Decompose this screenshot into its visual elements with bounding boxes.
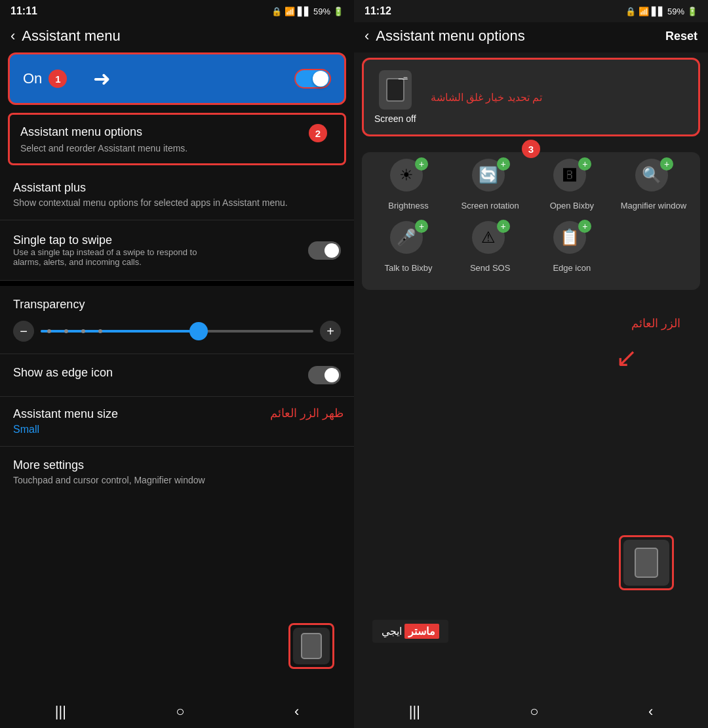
brightness-add-btn[interactable]: + — [415, 157, 428, 171]
right-status-bar: 11:12 🔒 📶 ▋▋ 59% 🔋 — [354, 0, 708, 22]
reset-button[interactable]: Reset — [665, 30, 698, 43]
step2-badge: 2 — [309, 124, 327, 142]
transparency-slider[interactable] — [41, 330, 313, 333]
single-tap-subtitle: Use a single tap instead of a swipe to r… — [13, 247, 223, 267]
right-page-title: Assistant menu options — [376, 28, 524, 45]
assistant-toggle[interactable] — [294, 69, 331, 89]
single-tap-knob — [324, 243, 339, 258]
talk-bixby-add-btn[interactable]: + — [415, 220, 428, 233]
menu-options-subtitle: Select and reorder Assistant menu items. — [20, 143, 187, 153]
magnifier-label: Magnifier window — [621, 201, 686, 211]
left-panel: 11:11 🔒 📶 ▋▋ 59% 🔋 ‹ Assistant menu On 1… — [0, 0, 354, 728]
red-arrow-icon: ↙ — [616, 342, 638, 373]
bixby-add-btn[interactable]: + — [578, 157, 591, 171]
toggle-on-label: On — [23, 70, 42, 87]
phone-shape-icon — [301, 633, 322, 659]
grid-item-sos[interactable]: ⚠ + Send SOS — [454, 221, 526, 273]
grid-section: ☀ + Brightness 🔄 + Screen rotation 🅱 + — [362, 152, 700, 290]
grid-item-magnifier[interactable]: 🔍 + Magnifier window — [618, 159, 690, 211]
grid-item-empty — [618, 221, 690, 273]
transparency-section: Transparency − + — [0, 286, 354, 354]
right-top-bar: ‹ Assistant menu options Reset — [354, 22, 708, 52]
screen-off-icon: − — [379, 70, 412, 110]
more-settings-item[interactable]: More settings Touchpad and cursor contro… — [0, 447, 354, 497]
wifi-icon: 📶 — [285, 7, 295, 16]
menu-options-title: Assistant menu options — [20, 125, 142, 139]
slider-minus-button[interactable]: − — [13, 321, 34, 342]
assistant-menu-options-item[interactable]: Assistant menu options 2 Select and reor… — [8, 113, 346, 165]
sos-add-btn[interactable]: + — [497, 220, 510, 233]
grid-row-1: ☀ + Brightness 🔄 + Screen rotation 🅱 + — [372, 159, 690, 211]
floating-btn-icon-left — [293, 628, 330, 664]
grid-item-edge-icon[interactable]: 📋 + Edge icon — [536, 221, 608, 273]
floating-btn-inner — [623, 540, 669, 586]
step1-badge: 1 — [49, 70, 67, 88]
brand-highlight: ماستر — [404, 624, 439, 639]
screen-off-icon-wrap: − Screen off — [374, 70, 416, 124]
sos-icon-wrap: ⚠ + — [472, 221, 509, 258]
magnifier-icon-wrap: 🔍 + — [635, 159, 672, 195]
signal-icon: ▋▋ — [298, 7, 311, 16]
nav-back-icon[interactable]: ‹ — [294, 703, 299, 720]
floating-arabic-label: الزر العائم — [631, 316, 680, 331]
right-nav-home-icon[interactable]: ○ — [530, 703, 538, 720]
magnifier-add-btn[interactable]: + — [660, 157, 673, 171]
slider-plus-button[interactable]: + — [320, 321, 341, 342]
left-time: 11:11 — [10, 5, 37, 17]
minus-badge: − — [403, 73, 408, 82]
battery-text: 59% — [313, 7, 330, 16]
left-status-icons: 🔒 📶 ▋▋ 59% 🔋 — [271, 7, 344, 16]
toggle-section: On 1 ➜ — [8, 52, 346, 105]
left-status-bar: 11:11 🔒 📶 ▋▋ 59% 🔋 — [0, 0, 354, 22]
grid-item-bixby[interactable]: 🅱 + Open Bixby — [536, 159, 608, 211]
left-nav-bar: ||| ○ ‹ — [0, 695, 354, 728]
size-arabic-annotation: ظهر الزر العائم — [270, 406, 344, 420]
arrow-right-icon: ➜ — [93, 66, 111, 91]
right-nav-back-icon[interactable]: ‹ — [648, 703, 653, 720]
edge-icon-content: Show as edge icon — [13, 366, 308, 380]
floating-phone-shape — [635, 548, 658, 578]
right-lock-icon: 🔒 — [625, 7, 636, 16]
right-wifi-icon: 📶 — [639, 7, 649, 16]
section-divider-1 — [0, 281, 354, 286]
screen-off-label: Screen off — [374, 113, 416, 124]
single-tap-title: Single tap to swipe — [13, 233, 223, 247]
left-top-bar: ‹ Assistant menu — [0, 22, 354, 52]
single-tap-item: Single tap to swipe Use a single tap ins… — [0, 220, 354, 281]
right-back-button[interactable]: ‹ — [364, 28, 369, 45]
size-value: Small — [13, 424, 341, 435]
more-settings-title: More settings — [13, 458, 341, 472]
nav-recent-icon[interactable]: ||| — [55, 703, 66, 720]
brightness-icon-wrap: ☀ + — [390, 159, 427, 195]
rotation-icon-wrap: 🔄 + — [472, 159, 509, 195]
right-status-icons: 🔒 📶 ▋▋ 59% 🔋 — [625, 7, 698, 16]
right-battery-icon: 🔋 — [687, 7, 698, 16]
right-battery-text: 59% — [667, 7, 684, 16]
assistant-plus-title: Assistant plus — [13, 181, 341, 195]
slider-dot-2 — [64, 329, 68, 333]
edge-icon-toggle[interactable] — [308, 366, 341, 384]
grid-item-brightness[interactable]: ☀ + Brightness — [372, 159, 444, 211]
slider-dot-3 — [81, 329, 85, 333]
edge-icon-title: Show as edge icon — [13, 366, 308, 380]
transparency-title: Transparency — [13, 298, 341, 312]
edge-icon-wrap: 📋 + — [553, 221, 590, 258]
brand-watermark: ايجي ماستر — [372, 620, 448, 643]
right-nav-recent-icon[interactable]: ||| — [409, 703, 420, 720]
rotation-add-btn[interactable]: + — [497, 157, 510, 171]
assistant-plus-item[interactable]: Assistant plus Show contextual menu opti… — [0, 169, 354, 220]
slider-thumb[interactable] — [189, 322, 208, 340]
nav-home-icon[interactable]: ○ — [176, 703, 184, 720]
grid-item-screen-rotation[interactable]: 🔄 + Screen rotation — [454, 159, 526, 211]
floating-area: الزر العائم ↙ ايجي ماستر — [362, 296, 700, 695]
step3-badge: 3 — [522, 140, 540, 158]
lock-icon: 🔒 — [271, 7, 282, 16]
edge-add-btn[interactable]: + — [578, 220, 591, 233]
right-signal-icon: ▋▋ — [652, 7, 665, 16]
left-back-button[interactable]: ‹ — [10, 28, 15, 45]
single-tap-toggle[interactable] — [308, 241, 341, 260]
left-page-title: Assistant menu — [22, 28, 120, 45]
grid-item-talk-bixby[interactable]: 🎤 + Talk to Bixby — [372, 221, 444, 273]
edge-icon-label: Edge icon — [553, 263, 591, 273]
transparency-slider-row: − + — [13, 321, 341, 342]
